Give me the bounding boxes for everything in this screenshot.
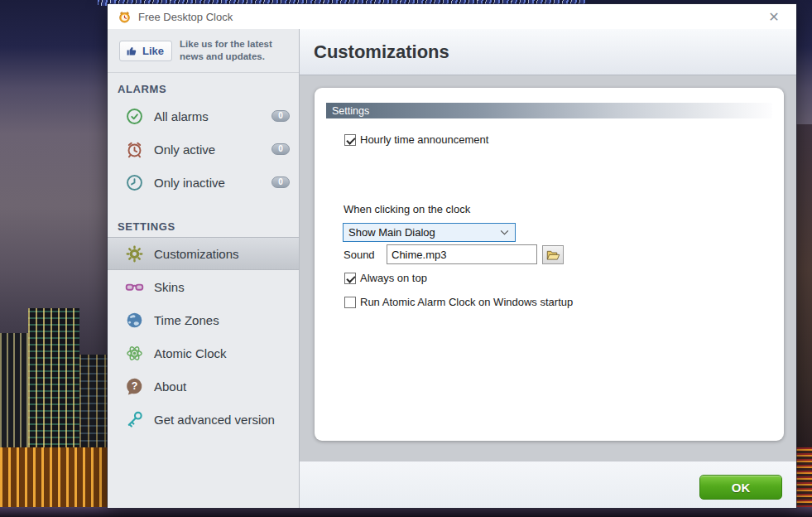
hourly-announcement-checkbox[interactable]: Hourly time announcement	[344, 133, 488, 146]
chevron-down-icon	[500, 230, 509, 235]
sidebar-item-label: Customizations	[154, 247, 239, 261]
click-action-dropdown[interactable]: Show Main Dialog	[343, 223, 516, 242]
page-title: Customizations	[314, 41, 449, 63]
clock-check-icon	[125, 107, 144, 126]
settings-panel: Settings Hourly time announcement Sound …	[315, 88, 784, 441]
sidebar-item-label: Get advanced version	[154, 413, 275, 427]
title-bar: Free Desktop Clock ✕	[108, 4, 796, 29]
sidebar: Like Like us for the latest news and upd…	[108, 29, 300, 508]
sidebar-item-label: Atomic Clock	[154, 346, 227, 360]
checkbox-label: Run Atomic Alarm Clock on Windows startu…	[360, 296, 573, 308]
app-window: Free Desktop Clock ✕ Like Like us for th…	[108, 4, 796, 508]
sound-file-input[interactable]	[387, 244, 537, 264]
section-header-settings: SETTINGS	[108, 220, 299, 233]
atom-icon	[125, 344, 144, 363]
app-alarm-clock-icon	[118, 10, 132, 24]
always-on-top-checkbox[interactable]: Always on top	[344, 272, 427, 284]
sidebar-item-label: Skins	[154, 280, 185, 294]
open-folder-icon	[546, 249, 560, 261]
desktop-wallpaper-edge	[796, 124, 812, 447]
window-title: Free Desktop Clock	[138, 11, 233, 23]
checkbox-label: Hourly time announcement	[360, 133, 488, 146]
footer-bar: OK	[300, 461, 796, 508]
checkbox-box[interactable]	[344, 273, 356, 284]
like-button-label: Like	[142, 45, 164, 57]
page-header: Customizations	[300, 29, 796, 75]
close-icon[interactable]: ✕	[762, 4, 786, 29]
dropdown-selected-value: Show Main Dialog	[348, 226, 435, 239]
svg-text:?: ?	[132, 380, 138, 392]
city-lights	[796, 447, 812, 509]
count-badge: 0	[271, 110, 290, 122]
sidebar-item-label: Only active	[154, 143, 215, 157]
main-area: Customizations Settings Hourly time anno…	[300, 29, 796, 508]
facebook-like-button[interactable]: Like	[119, 41, 172, 61]
sidebar-item-label: Only inactive	[154, 176, 225, 190]
thumb-up-icon	[126, 45, 138, 57]
count-badge: 0	[271, 176, 290, 188]
sidebar-item-label: About	[154, 379, 186, 394]
city-lights	[0, 447, 108, 507]
gear-icon	[125, 244, 144, 263]
browse-sound-button[interactable]	[542, 245, 564, 264]
sidebar-item-all-alarms[interactable]: All alarms 0	[108, 99, 299, 133]
checkbox-box[interactable]	[344, 297, 356, 308]
checkbox-label: Always on top	[360, 272, 427, 284]
facebook-like-section: Like Like us for the latest news and upd…	[108, 29, 299, 73]
sound-label: Sound	[344, 249, 375, 261]
sidebar-item-customizations[interactable]: Customizations	[108, 237, 299, 270]
glasses-icon	[125, 278, 144, 297]
sidebar-item-label: All alarms	[154, 109, 209, 123]
sidebar-item-skins[interactable]: Skins	[108, 270, 299, 303]
sidebar-item-get-advanced-version[interactable]: Get advanced version	[108, 403, 299, 436]
sidebar-item-label: Time Zones	[154, 313, 219, 327]
checkbox-box[interactable]	[344, 134, 356, 146]
window-body: Like Like us for the latest news and upd…	[108, 29, 796, 508]
alarm-clock-icon	[125, 140, 144, 159]
sidebar-item-only-inactive[interactable]: Only inactive 0	[108, 166, 299, 199]
sidebar-item-about[interactable]: ? About	[108, 370, 299, 403]
sidebar-item-time-zones[interactable]: Time Zones	[108, 303, 299, 336]
run-on-startup-checkbox[interactable]: Run Atomic Alarm Clock on Windows startu…	[344, 296, 573, 308]
like-caption: Like us for the latest news and updates.	[180, 38, 292, 63]
clock-icon	[125, 173, 144, 192]
question-bubble-icon: ?	[125, 377, 144, 396]
water-strip	[0, 507, 812, 517]
key-icon	[125, 410, 144, 429]
settings-panel-header: Settings	[326, 103, 772, 118]
section-header-alarms: ALARMS	[108, 83, 299, 95]
click-action-label: When clicking on the clock	[344, 203, 470, 215]
content-area: Settings Hourly time announcement Sound …	[300, 75, 796, 461]
count-badge: 0	[271, 143, 290, 155]
globe-icon	[125, 311, 144, 330]
sidebar-item-atomic-clock[interactable]: Atomic Clock	[108, 336, 299, 370]
ok-button[interactable]: OK	[699, 475, 782, 500]
sidebar-item-only-active[interactable]: Only active 0	[108, 133, 299, 166]
